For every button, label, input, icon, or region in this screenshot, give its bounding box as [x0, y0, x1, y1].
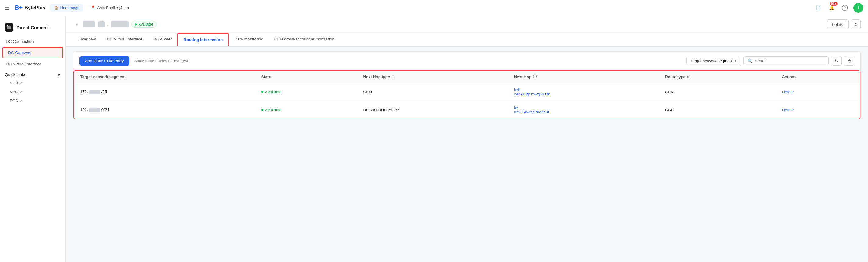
- tab-overview[interactable]: Overview: [73, 33, 101, 46]
- th-actions: Actions: [776, 71, 860, 83]
- svg-rect-2: [7, 28, 11, 29]
- delete-row-1-button[interactable]: Delete: [782, 90, 794, 94]
- next-hop-link-2[interactable]: lw: [514, 105, 518, 110]
- status-badge: Available: [131, 21, 156, 28]
- sidebar-item-label: DC Connection: [6, 39, 34, 44]
- toolbar-right: Target network segment ▾ 🔍 ↻ ⚙: [686, 56, 854, 66]
- sidebar-subitem-cen[interactable]: CEN ↗: [0, 79, 65, 87]
- topbar-actions: Delete ↻: [827, 20, 861, 29]
- tab-dc-virtual-interface[interactable]: DC Virtual Interface: [101, 33, 148, 46]
- toolbar-hint: Static route entries added: 0/50: [134, 59, 189, 63]
- tab-bgp-peer[interactable]: BGP Peer: [148, 33, 178, 46]
- td-state-2: Available: [255, 101, 357, 119]
- next-hop-link-2b[interactable]: dcv-14wtscjrbgfls3t: [514, 110, 549, 114]
- refresh-table-button[interactable]: ↻: [832, 56, 841, 66]
- add-static-route-button[interactable]: Add static route entry: [80, 56, 129, 66]
- layout: Direct Connect DC Connection DC Gateway …: [0, 16, 868, 262]
- redacted-block: [89, 90, 100, 94]
- external-link-icon: ↗: [20, 99, 23, 103]
- tabs-bar: Overview DC Virtual Interface BGP Peer R…: [66, 33, 868, 46]
- search-input[interactable]: [755, 59, 825, 63]
- avatar[interactable]: I: [854, 3, 863, 13]
- chevron-up-icon: ∧: [58, 72, 61, 77]
- table-row: 192. 0/24 Available DC Virtual Interface…: [74, 101, 860, 119]
- td-next-hop-type-1: CEN: [357, 83, 508, 101]
- chevron-down-icon: ▾: [735, 59, 737, 63]
- logo-text: BytePlus: [24, 5, 45, 11]
- redacted-block: [89, 108, 100, 112]
- segment-selector[interactable]: Target network segment ▾: [686, 57, 740, 65]
- sidebar-subitem-vpc[interactable]: VPC ↗: [0, 87, 65, 96]
- next-hop-link-1b[interactable]: cen-13g5mwq321tk: [514, 92, 550, 96]
- sidebar-logo-icon: [5, 23, 13, 32]
- sidebar-item-dc-gateway[interactable]: DC Gateway: [2, 47, 63, 59]
- breadcrumb-block-1: [83, 21, 95, 27]
- breadcrumb-item-2: [111, 21, 129, 27]
- sidebar-item-label: DC Gateway: [8, 50, 31, 55]
- logo: B+ BytePlus: [14, 4, 45, 11]
- region-label: Asia Pacific (J...: [97, 5, 125, 10]
- td-route-type-1: CEN: [659, 83, 776, 101]
- back-button[interactable]: ‹: [73, 21, 81, 28]
- status-label: Available: [138, 22, 153, 27]
- td-next-hop-1: lwh- cen-13g5mwq321tk: [508, 83, 659, 101]
- sidebar: Direct Connect DC Connection DC Gateway …: [0, 16, 66, 262]
- sidebar-header: Direct Connect: [0, 21, 65, 36]
- sidebar-item-label: DC Virtual Interface: [6, 62, 42, 66]
- td-target-segment-1: 172. /25: [74, 83, 255, 101]
- toolbar-left: Add static route entry Static route entr…: [80, 56, 189, 66]
- chevron-down-icon: ▾: [127, 5, 129, 10]
- breadcrumb-block-3: [111, 21, 129, 27]
- th-next-hop: Next Hop ⓘ: [508, 71, 659, 83]
- tab-routing-information[interactable]: Routing information: [177, 33, 229, 46]
- th-target-network-segment: Target network segment: [74, 71, 255, 83]
- data-table: Target network segment State Next Hop ty…: [73, 70, 860, 119]
- th-state: State: [255, 71, 357, 83]
- svg-rect-3: [7, 25, 8, 27]
- routes-table: Target network segment State Next Hop ty…: [74, 71, 860, 118]
- filter-icon[interactable]: ⊞: [687, 75, 690, 79]
- breadcrumb-item-1: [83, 21, 105, 27]
- refresh-icon: ↻: [835, 59, 838, 63]
- main-content: ‹ / Available Delete ↻: [66, 16, 868, 262]
- status-dot: [135, 24, 137, 26]
- region-icon: 📍: [90, 5, 95, 10]
- th-route-type: Route type ⊞: [659, 71, 776, 83]
- filter-icon[interactable]: ⊞: [391, 75, 394, 79]
- tab-data-monitoring[interactable]: Data monitoring: [229, 33, 269, 46]
- svg-rect-1: [7, 27, 11, 28]
- content-panel: Add static route entry Static route entr…: [73, 51, 861, 119]
- tab-cen-cross-account[interactable]: CEN cross-account authorization: [269, 33, 340, 46]
- notifications-button[interactable]: 🔔 99+: [827, 3, 836, 13]
- help-icon: ?: [842, 5, 848, 11]
- page-topbar: ‹ / Available Delete ↻: [66, 16, 868, 33]
- breadcrumb-block-2: [98, 21, 105, 27]
- region-selector[interactable]: 📍 Asia Pacific (J... ▾: [88, 4, 131, 11]
- td-target-segment-2: 192. 0/24: [74, 101, 255, 119]
- quick-links-section[interactable]: Quick Links ∧: [0, 69, 65, 79]
- next-hop-link-1[interactable]: lwh-: [514, 87, 522, 92]
- delete-button[interactable]: Delete: [827, 20, 848, 29]
- td-actions-1: Delete: [776, 83, 860, 101]
- table-header-row: Target network segment State Next Hop ty…: [74, 71, 860, 83]
- td-state-1: Available: [255, 83, 357, 101]
- sidebar-subitem-ecs[interactable]: ECS ↗: [0, 96, 65, 105]
- sidebar-item-dc-virtual-interface[interactable]: DC Virtual Interface: [0, 59, 65, 69]
- sidebar-item-dc-connection[interactable]: DC Connection: [0, 36, 65, 46]
- gear-icon: ⚙: [847, 59, 851, 63]
- hamburger-icon[interactable]: ☰: [5, 5, 10, 11]
- help-button[interactable]: ?: [840, 3, 850, 13]
- refresh-icon: ↻: [854, 22, 858, 27]
- settings-button[interactable]: ⚙: [844, 56, 854, 66]
- td-next-hop-2: lw dcv-14wtscjrbgfls3t: [508, 101, 659, 119]
- breadcrumb-separator: /: [107, 22, 108, 27]
- logo-icon: B+: [14, 4, 23, 11]
- status-available-1: Available: [261, 90, 351, 94]
- homepage-link[interactable]: 🏠 Homepage: [50, 4, 84, 11]
- td-route-type-2: BGP: [659, 101, 776, 119]
- refresh-button[interactable]: ↻: [851, 20, 861, 29]
- toolbar-row: Add static route entry Static route entr…: [73, 52, 860, 70]
- search-icon: 🔍: [747, 59, 752, 63]
- delete-row-2-button[interactable]: Delete: [782, 108, 794, 112]
- docs-button[interactable]: 📄: [813, 3, 823, 13]
